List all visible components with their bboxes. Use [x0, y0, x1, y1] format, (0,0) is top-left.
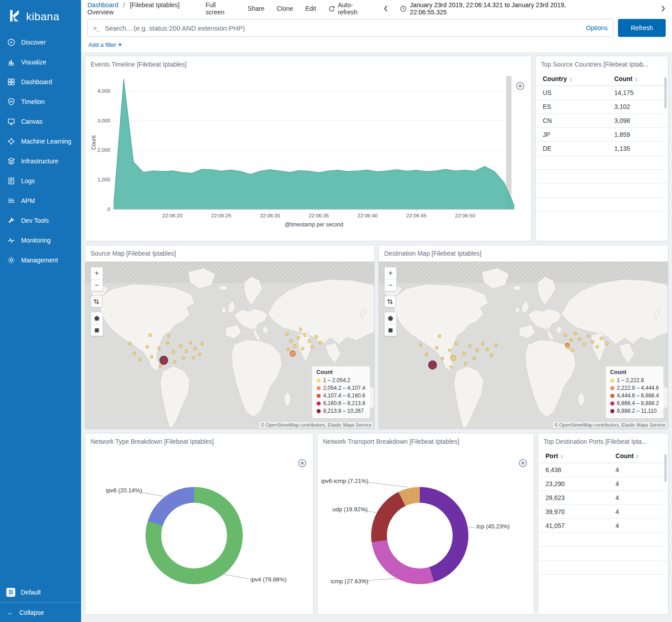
- map-marker[interactable]: [166, 341, 169, 344]
- time-range-picker[interactable]: January 23rd 2019, 22:06:14.321 to Janua…: [400, 1, 599, 16]
- map-marker[interactable]: [293, 345, 296, 347]
- zoom-out-button[interactable]: −: [385, 279, 396, 291]
- draw-rectangle-button[interactable]: [91, 324, 103, 336]
- map-marker[interactable]: [495, 344, 497, 347]
- map-marker[interactable]: [425, 353, 428, 356]
- column-header-port[interactable]: Port▲▼: [538, 449, 608, 463]
- map-marker[interactable]: [168, 334, 170, 337]
- network-type-donut[interactable]: [145, 487, 243, 584]
- map-marker[interactable]: [473, 357, 476, 360]
- map-marker[interactable]: [179, 345, 182, 347]
- map-marker[interactable]: [173, 361, 176, 363]
- map-marker[interactable]: [189, 341, 192, 344]
- menu-clone[interactable]: Clone: [277, 5, 293, 12]
- table-row[interactable]: 41,0574: [538, 519, 668, 533]
- map-marker[interactable]: [192, 356, 195, 359]
- refresh-button[interactable]: Refresh: [618, 19, 666, 37]
- map-marker[interactable]: [290, 340, 292, 343]
- map-marker[interactable]: [490, 354, 493, 356]
- map-marker[interactable]: [600, 337, 603, 340]
- menu-edit[interactable]: Edit: [305, 5, 316, 12]
- menu-share[interactable]: Share: [248, 5, 264, 12]
- destination-map[interactable]: + −: [379, 261, 668, 429]
- map-marker[interactable]: [438, 334, 441, 337]
- sidebar-item-machine-learning[interactable]: Machine Learning: [0, 131, 81, 151]
- menu-auto-refresh[interactable]: Auto-refresh: [328, 1, 371, 16]
- map-marker[interactable]: [583, 343, 586, 346]
- map-marker[interactable]: [149, 334, 151, 337]
- sidebar-item-canvas[interactable]: Canvas: [0, 112, 81, 131]
- map-marker[interactable]: [159, 365, 162, 367]
- map-marker[interactable]: [308, 340, 311, 343]
- map-marker[interactable]: [564, 334, 567, 337]
- map-marker[interactable]: [574, 332, 577, 335]
- kibana-logo[interactable]: kibana: [0, 0, 81, 32]
- map-marker[interactable]: [160, 356, 168, 365]
- map-marker[interactable]: [158, 347, 160, 350]
- map-marker[interactable]: [419, 344, 422, 347]
- time-forward-button[interactable]: [661, 5, 666, 12]
- map-marker[interactable]: [311, 346, 313, 348]
- map-marker[interactable]: [129, 342, 132, 345]
- sidebar-item-infrastructure[interactable]: Infrastructure: [0, 151, 81, 171]
- map-marker[interactable]: [587, 334, 590, 337]
- fit-bounds-button[interactable]: [91, 296, 102, 307]
- column-header-count[interactable]: Count▲▼: [608, 449, 668, 463]
- table-row[interactable]: 28,6234: [538, 491, 668, 505]
- column-header-count[interactable]: Count▲▼: [607, 72, 668, 86]
- map-marker[interactable]: [286, 333, 288, 336]
- map-marker[interactable]: [297, 336, 300, 339]
- table-row[interactable]: 6,4384: [538, 463, 668, 477]
- map-marker[interactable]: [315, 335, 318, 338]
- table-row[interactable]: US14,175: [536, 86, 668, 100]
- sidebar-item-timelion[interactable]: Timelion: [0, 92, 81, 112]
- table-row[interactable]: JP1,859: [536, 128, 668, 142]
- sidebar-item-apm[interactable]: APM: [0, 191, 81, 211]
- map-marker[interactable]: [182, 356, 185, 359]
- table-row[interactable]: 39,9704: [538, 505, 668, 519]
- table-row[interactable]: CN3,098: [536, 114, 668, 128]
- map-marker[interactable]: [194, 347, 196, 350]
- zoom-out-button[interactable]: [516, 81, 525, 90]
- map-marker[interactable]: [290, 351, 295, 356]
- map-marker[interactable]: [139, 358, 141, 361]
- map-marker[interactable]: [591, 340, 594, 343]
- map-marker[interactable]: [172, 351, 175, 353]
- map-marker[interactable]: [450, 365, 452, 368]
- map-marker[interactable]: [451, 356, 456, 361]
- map-marker[interactable]: [201, 342, 204, 345]
- draw-rectangle-button[interactable]: [385, 324, 396, 336]
- sidebar-item-visualize[interactable]: Visualize: [0, 52, 81, 72]
- table-row[interactable]: 23,2904: [538, 477, 668, 491]
- column-header-country[interactable]: Country▲▼: [536, 72, 607, 86]
- search-box[interactable]: >_ Options: [87, 19, 613, 37]
- sidebar-item-management[interactable]: Management: [0, 250, 81, 270]
- map-marker[interactable]: [476, 349, 478, 352]
- network-transport-donut[interactable]: [371, 487, 468, 584]
- zoom-out-button[interactable]: [518, 459, 527, 468]
- events-timeline-chart[interactable]: 01,0002,0003,0004,00022:06:2022:06:2522:…: [90, 72, 520, 230]
- map-marker[interactable]: [455, 342, 458, 345]
- map-marker[interactable]: [464, 362, 467, 365]
- time-back-button[interactable]: [383, 5, 388, 12]
- map-marker[interactable]: [287, 348, 290, 351]
- map-marker[interactable]: [428, 361, 436, 369]
- sidebar-item-dashboard[interactable]: Dashboard: [0, 72, 81, 92]
- map-marker[interactable]: [448, 349, 451, 352]
- add-filter-button[interactable]: Add a filter+: [88, 41, 122, 48]
- zoom-out-button[interactable]: [298, 459, 307, 468]
- map-marker[interactable]: [150, 356, 153, 358]
- scrollbar[interactable]: [664, 454, 667, 482]
- map-marker[interactable]: [146, 346, 149, 348]
- map-marker[interactable]: [304, 334, 306, 337]
- breadcrumb-dashboard-link[interactable]: Dashboard: [87, 1, 118, 9]
- fit-bounds-button[interactable]: [384, 296, 396, 307]
- space-switcher[interactable]: D Default: [0, 582, 81, 602]
- map-marker[interactable]: [133, 352, 136, 355]
- map-marker[interactable]: [198, 353, 201, 356]
- scrollbar[interactable]: [664, 77, 667, 108]
- map-marker[interactable]: [463, 352, 465, 355]
- search-options-link[interactable]: Options: [586, 24, 608, 32]
- map-marker[interactable]: [571, 349, 574, 352]
- map-marker[interactable]: [319, 341, 322, 344]
